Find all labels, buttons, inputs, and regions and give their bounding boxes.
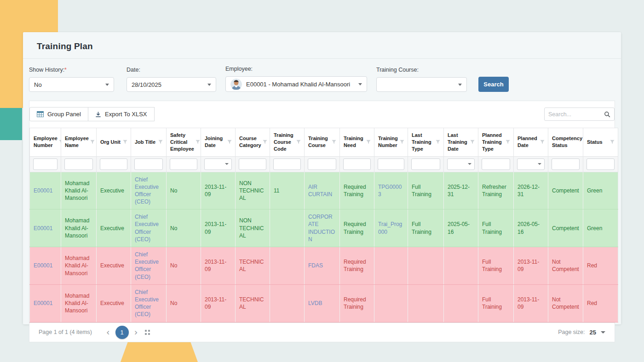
prev-page-icon[interactable]: ‹ <box>105 328 111 337</box>
column-header-last-training-type[interactable]: Last Training Type <box>408 128 444 157</box>
filter-cell-course-category <box>236 156 270 172</box>
filter-cell-training-number <box>374 156 408 172</box>
training-course-select[interactable] <box>376 77 467 92</box>
cell-link[interactable]: Chief Executive Officer (CEO) <box>135 289 159 318</box>
column-header-employee-name[interactable]: Employee Name <box>61 128 97 157</box>
column-header-training-course-code[interactable]: Training Course Code <box>270 128 305 157</box>
filter-cell-training-course-code <box>270 156 305 172</box>
column-header-org-unit[interactable]: Org Unit <box>97 128 131 157</box>
table-cell-competency-status: Not Competent <box>548 247 583 285</box>
search-button[interactable]: Search <box>478 77 509 92</box>
page-size-value[interactable]: 25 <box>590 329 596 336</box>
table-cell-training-course: CORPORATE INDUCTION <box>305 209 340 247</box>
filter-input-training-course[interactable] <box>308 159 336 170</box>
export-xlsx-button[interactable]: Export To XLSX <box>88 107 155 121</box>
filter-input-competency-status[interactable] <box>552 159 579 170</box>
column-header-training-need[interactable]: Training Need <box>340 128 374 157</box>
cell-link[interactable]: E00001 <box>34 225 52 232</box>
show-history-value: No <box>34 81 42 88</box>
filter-funnel-icon[interactable] <box>505 139 511 145</box>
filter-input-training-need[interactable] <box>344 159 370 170</box>
cell-link[interactable]: Trai_Prog000 <box>378 221 402 235</box>
filter-input-planned-training-type[interactable] <box>482 159 510 170</box>
column-header-training-course[interactable]: Training Course <box>305 128 340 157</box>
table-cell-planned-training-type: Refresher Training <box>478 172 514 209</box>
cell-link[interactable]: AIR CURTAIN <box>308 184 332 198</box>
filter-cell-joining-date <box>201 156 236 172</box>
filter-funnel-icon[interactable] <box>331 139 337 145</box>
column-header-planned-training-type[interactable]: Planned Training Type <box>478 128 514 157</box>
grid-search-input[interactable] <box>548 111 604 118</box>
cell-link[interactable]: TPG00003 <box>378 184 402 198</box>
table-cell-course-category: TECHNICAL <box>236 284 270 322</box>
next-page-icon[interactable]: › <box>133 328 139 337</box>
current-page-button[interactable]: 1 <box>115 326 129 339</box>
search-icon[interactable] <box>604 111 610 118</box>
filter-input-employee-name[interactable] <box>65 159 92 170</box>
filter-funnel-icon[interactable] <box>470 139 475 145</box>
filter-funnel-icon[interactable] <box>366 139 371 145</box>
page-grid-icon[interactable] <box>144 329 150 335</box>
column-header-status[interactable]: Status <box>583 128 618 157</box>
filter-funnel-icon[interactable] <box>90 139 95 145</box>
filter-input-training-course-code[interactable] <box>274 159 300 170</box>
filter-funnel-icon[interactable] <box>399 139 405 145</box>
filter-cell-last-training-date <box>444 156 478 172</box>
filter-funnel-icon[interactable] <box>262 139 268 145</box>
filter-funnel-icon[interactable] <box>540 139 545 145</box>
table-cell-training-need: Required Training <box>340 247 374 285</box>
filter-funnel-icon[interactable] <box>122 139 128 145</box>
employee-value: E00001 - Mohamad Khalid Al-Mansoori <box>246 81 350 88</box>
chevron-down-icon[interactable] <box>225 163 229 165</box>
column-header-employee-number[interactable]: Employee Number <box>30 128 61 157</box>
filter-input-org-unit[interactable] <box>100 159 127 170</box>
cell-link[interactable]: Chief Executive Officer (CEO) <box>135 176 159 205</box>
column-header-planned-date[interactable]: Planned Date <box>514 128 548 157</box>
filter-input-job-title[interactable] <box>135 159 162 170</box>
filter-cell-safety-critical-employee <box>167 156 201 172</box>
column-label: Org Unit <box>100 139 121 146</box>
column-header-last-training-date[interactable]: Last Training Date <box>444 128 478 157</box>
filter-funnel-icon[interactable] <box>435 139 441 145</box>
cell-link[interactable]: CORPORATE INDUCTION <box>308 214 335 243</box>
chevron-down-icon <box>207 84 211 86</box>
column-header-competency-status[interactable]: Competency Status <box>548 128 583 157</box>
column-header-safety-critical-employee[interactable]: Safety Critical Employee <box>167 128 201 157</box>
show-history-select[interactable]: No <box>29 77 114 92</box>
cell-link[interactable]: LVDB <box>308 300 322 306</box>
cell-link[interactable]: E00001 <box>34 300 52 306</box>
table-row: E00001Mohamad Khalid Al-MansooriExecutiv… <box>30 284 618 322</box>
chevron-down-icon <box>105 84 109 86</box>
table-cell-training-need: Required Training <box>340 172 374 209</box>
column-header-course-category[interactable]: Course Category <box>236 128 270 157</box>
date-select[interactable]: 28/10/2025 <box>126 77 216 92</box>
filter-input-last-training-type[interactable] <box>412 159 440 170</box>
filter-input-course-category[interactable] <box>239 159 266 170</box>
cell-link[interactable]: E00001 <box>34 187 52 194</box>
column-header-training-number[interactable]: Training Number <box>374 128 408 157</box>
filter-funnel-icon[interactable] <box>227 139 232 145</box>
filter-cell-training-need <box>340 156 374 172</box>
employee-avatar <box>230 79 242 90</box>
chevron-down-icon[interactable] <box>601 331 605 334</box>
cell-link[interactable]: E00001 <box>34 262 52 269</box>
filter-input-employee-number[interactable] <box>34 159 57 170</box>
chevron-down-icon[interactable] <box>468 163 472 165</box>
filter-input-status[interactable] <box>587 159 614 170</box>
cell-link[interactable]: FDAS <box>308 262 323 269</box>
cell-link[interactable]: Chief Executive Officer (CEO) <box>135 214 159 243</box>
group-panel-button[interactable]: Group Panel <box>29 107 88 121</box>
chevron-down-icon[interactable] <box>538 163 541 165</box>
table-cell-training-course: AIR CURTAIN <box>305 172 340 209</box>
filter-input-safety-critical-employee[interactable] <box>170 159 197 170</box>
filter-funnel-icon[interactable] <box>296 139 301 145</box>
filter-funnel-icon[interactable] <box>610 139 615 145</box>
filter-funnel-icon[interactable] <box>195 139 201 145</box>
employee-select[interactable]: E00001 - Mohamad Khalid Al-Mansoori <box>225 76 367 92</box>
filter-funnel-icon[interactable] <box>158 139 163 145</box>
column-header-job-title[interactable]: Job Title <box>131 128 167 157</box>
filter-input-training-number[interactable] <box>378 159 404 170</box>
column-header-joining-date[interactable]: Joining Date <box>201 128 236 157</box>
cell-link[interactable]: Chief Executive Officer (CEO) <box>135 251 159 280</box>
pager-summary: Page 1 of 1 (4 items) <box>39 329 92 335</box>
